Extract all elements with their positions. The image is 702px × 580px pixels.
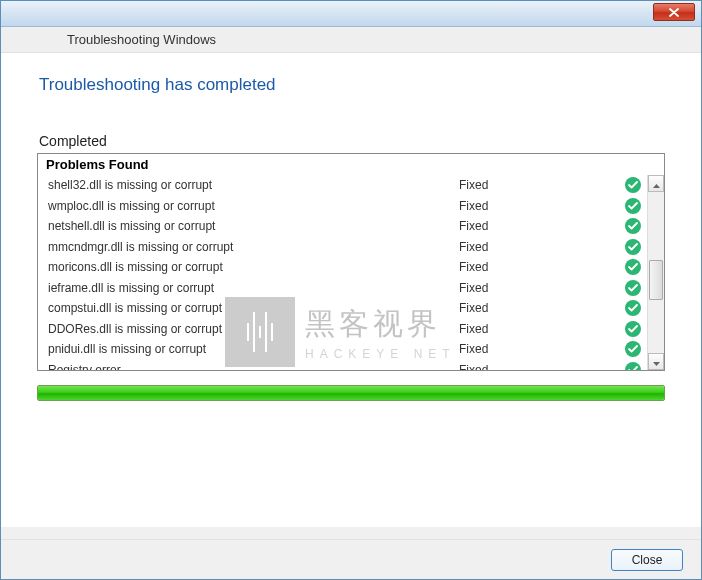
close-icon: [669, 8, 679, 17]
problem-row: wmploc.dll is missing or corruptFixed: [38, 196, 647, 217]
problem-status: Fixed: [459, 301, 619, 315]
window: Troubleshooting Windows Troubleshooting …: [0, 0, 702, 580]
titlebar: [1, 1, 701, 27]
status-icon-wrap: [619, 362, 647, 370]
progress-fill: [38, 386, 664, 400]
problems-list: shell32.dll is missing or corruptFixedwm…: [38, 175, 647, 370]
problem-name: ieframe.dll is missing or corrupt: [48, 281, 459, 295]
scroll-up-button[interactable]: [648, 175, 664, 192]
problem-name: netshell.dll is missing or corrupt: [48, 219, 459, 233]
progress-bar: [37, 385, 665, 401]
status-icon-wrap: [619, 321, 647, 337]
footer-gap: [1, 527, 701, 539]
check-circle-icon: [625, 218, 641, 234]
check-circle-icon: [625, 280, 641, 296]
problem-name: wmploc.dll is missing or corrupt: [48, 199, 459, 213]
window-close-button[interactable]: [653, 3, 695, 21]
header-title: Troubleshooting Windows: [67, 32, 216, 47]
problem-status: Fixed: [459, 219, 619, 233]
problem-row: mmcndmgr.dll is missing or corruptFixed: [38, 237, 647, 258]
problem-name: shell32.dll is missing or corrupt: [48, 178, 459, 192]
section-label: Completed: [39, 133, 671, 149]
header-strip: Troubleshooting Windows: [1, 27, 701, 53]
status-icon-wrap: [619, 300, 647, 316]
check-circle-icon: [625, 341, 641, 357]
scroll-down-button[interactable]: [648, 353, 664, 370]
check-circle-icon: [625, 259, 641, 275]
problem-status: Fixed: [459, 199, 619, 213]
problem-name: DDORes.dll is missing or corrupt: [48, 322, 459, 336]
problem-status: Fixed: [459, 363, 619, 370]
check-circle-icon: [625, 177, 641, 193]
problem-status: Fixed: [459, 322, 619, 336]
problem-row: moricons.dll is missing or corruptFixed: [38, 257, 647, 278]
problem-status: Fixed: [459, 240, 619, 254]
problem-row: pnidui.dll is missing or corruptFixed: [38, 339, 647, 360]
scroll-track[interactable]: [648, 192, 664, 353]
problem-name: mmcndmgr.dll is missing or corrupt: [48, 240, 459, 254]
problem-row: netshell.dll is missing or corruptFixed: [38, 216, 647, 237]
status-icon-wrap: [619, 280, 647, 296]
check-circle-icon: [625, 321, 641, 337]
status-icon-wrap: [619, 239, 647, 255]
check-circle-icon: [625, 198, 641, 214]
problem-row: compstui.dll is missing or corruptFixed: [38, 298, 647, 319]
problems-box: Problems Found shell32.dll is missing or…: [37, 153, 665, 371]
problem-name: moricons.dll is missing or corrupt: [48, 260, 459, 274]
problem-row: Registry errorFixed: [38, 360, 647, 371]
problem-name: pnidui.dll is missing or corrupt: [48, 342, 459, 356]
status-icon-wrap: [619, 177, 647, 193]
problem-name: compstui.dll is missing or corrupt: [48, 301, 459, 315]
problem-row: DDORes.dll is missing or corruptFixed: [38, 319, 647, 340]
status-icon-wrap: [619, 198, 647, 214]
content-area: Troubleshooting has completed Completed …: [1, 53, 701, 527]
status-icon-wrap: [619, 259, 647, 275]
check-circle-icon: [625, 362, 641, 370]
problem-status: Fixed: [459, 178, 619, 192]
problems-header: Problems Found: [38, 154, 664, 175]
check-circle-icon: [625, 239, 641, 255]
scroll-thumb[interactable]: [649, 260, 663, 300]
footer: Close: [1, 539, 701, 579]
problems-scroll-area: shell32.dll is missing or corruptFixedwm…: [38, 175, 664, 370]
problem-status: Fixed: [459, 281, 619, 295]
problem-name: Registry error: [48, 363, 459, 370]
scrollbar[interactable]: [647, 175, 664, 370]
chevron-down-icon: [653, 355, 660, 369]
status-icon-wrap: [619, 218, 647, 234]
check-circle-icon: [625, 300, 641, 316]
problem-row: ieframe.dll is missing or corruptFixed: [38, 278, 647, 299]
problem-status: Fixed: [459, 260, 619, 274]
page-title: Troubleshooting has completed: [39, 75, 671, 95]
problem-row: shell32.dll is missing or corruptFixed: [38, 175, 647, 196]
status-icon-wrap: [619, 341, 647, 357]
chevron-up-icon: [653, 177, 660, 191]
problem-status: Fixed: [459, 342, 619, 356]
close-button[interactable]: Close: [611, 549, 683, 571]
